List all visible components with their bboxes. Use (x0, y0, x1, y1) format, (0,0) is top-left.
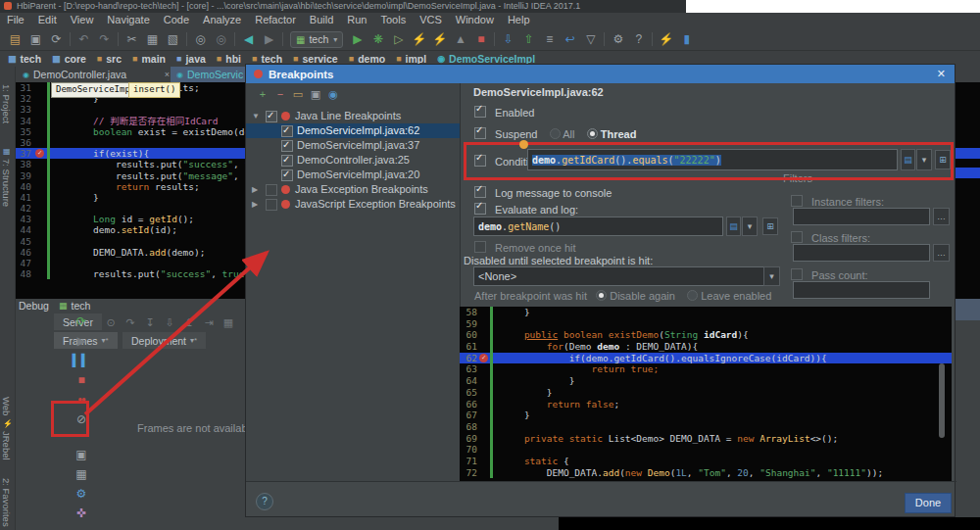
add-watch-icon[interactable]: ⊞ (762, 217, 778, 235)
group-checkbox[interactable] (266, 111, 277, 122)
chevron-down-icon[interactable]: ▾ (763, 266, 780, 286)
line-number[interactable]: 47 (15, 258, 31, 268)
back-icon[interactable]: ◀ (238, 32, 259, 46)
line-number[interactable]: 38 (15, 159, 31, 169)
tree-breakpoint-row[interactable]: DemoServiceImpl.java:37 (246, 138, 460, 153)
stop-icon[interactable]: ■ (77, 371, 84, 391)
tree-group-row[interactable]: ▶Java Exception Breakpoints (246, 182, 460, 197)
step-into-icon[interactable]: ↧ (140, 316, 160, 329)
group-breakpoints-icon[interactable]: ▭ (289, 88, 307, 101)
run-to-cursor-icon[interactable]: ⇥ (199, 316, 219, 329)
copy-icon[interactable]: ▦ (142, 32, 163, 46)
line-number[interactable]: 41 (15, 192, 31, 203)
move-to-group-icon[interactable]: ▣ (307, 88, 324, 101)
breakpoint-icon[interactable]: ✓ (479, 354, 488, 362)
browse-icon[interactable]: … (933, 208, 950, 225)
chevron-right-icon[interactable]: ▶ (252, 197, 258, 212)
line-number[interactable]: 42 (15, 203, 31, 214)
undo-icon[interactable]: ↶ (74, 32, 94, 46)
breakpoint-checkbox[interactable] (281, 155, 293, 167)
menu-build[interactable]: Build (303, 13, 340, 26)
pass-count-input[interactable] (793, 281, 930, 299)
line-number[interactable]: 70 (462, 444, 477, 456)
line-number[interactable]: 44 (15, 224, 31, 235)
close-icon[interactable]: × (165, 70, 170, 79)
line-number[interactable]: 72 (462, 467, 477, 479)
line-number[interactable]: 39 (15, 170, 31, 181)
line-number[interactable]: 59 (462, 318, 477, 330)
breakpoint-checkbox[interactable] (281, 140, 293, 152)
instance-filters-input[interactable] (793, 208, 930, 225)
line-number[interactable]: 68 (462, 421, 477, 433)
log-message-row[interactable]: Log message to console (474, 186, 612, 199)
evaluate-checkbox[interactable] (474, 203, 486, 215)
code-line[interactable]: 69 private static List<Demo> DEMO_DATA =… (460, 433, 952, 445)
line-number[interactable]: 43 (15, 214, 31, 224)
line-number[interactable]: 45 (15, 236, 31, 247)
menu-navigate[interactable]: Navigate (100, 13, 156, 26)
close-icon[interactable]: ✕ (937, 68, 946, 80)
line-number[interactable]: 69 (462, 433, 477, 445)
idea-icon[interactable]: ▮ (676, 32, 697, 46)
debug-icon[interactable]: ❋ (368, 32, 388, 46)
menu-refactor[interactable]: Refactor (248, 13, 303, 26)
line-number[interactable]: 67 (462, 410, 477, 421)
enabled-checkbox[interactable] (474, 106, 486, 118)
show-execution-point-icon[interactable]: ⊙ (101, 316, 121, 329)
help-icon[interactable]: ? (628, 32, 649, 46)
run-config-chip[interactable]: ▦tech▾ (290, 31, 343, 48)
tree-breakpoint-row[interactable]: DemoController.java:25 (246, 153, 460, 168)
rerun-debug-icon[interactable]: ⟳ (76, 313, 86, 332)
breadcrumb-hbi[interactable]: ■hbi (217, 53, 241, 65)
suspend-all-radio[interactable] (550, 128, 561, 139)
line-number[interactable]: 31 (15, 82, 31, 93)
redo-icon[interactable]: ↷ (94, 32, 115, 46)
pass-count-row[interactable]: Pass count: (791, 268, 868, 281)
breadcrumb-main[interactable]: ■main (132, 53, 166, 65)
code-line[interactable]: 59 (460, 318, 952, 330)
line-number[interactable]: 60 (462, 329, 477, 341)
line-number[interactable]: 40 (15, 181, 31, 192)
code-line[interactable]: 64 } (460, 375, 952, 387)
menu-run[interactable]: Run (340, 13, 373, 26)
tree-breakpoint-row[interactable]: DemoServiceImpl.java:20 (246, 168, 460, 182)
step-over-icon[interactable]: ↷ (121, 316, 140, 329)
instance-filters-checkbox[interactable] (791, 195, 803, 207)
dialog-title-bar[interactable]: Breakpoints (246, 65, 955, 83)
vcs-rollback-icon[interactable]: ↩ (560, 32, 580, 46)
line-number[interactable]: 71 (462, 456, 477, 467)
evaluate-input[interactable]: demo.getName() (473, 217, 723, 236)
code-line[interactable]: 63 return true; (460, 363, 952, 375)
line-number[interactable]: 63 (462, 363, 477, 375)
code-line[interactable]: 70 (460, 444, 952, 456)
vcs-commit-icon[interactable]: ⇧ (518, 32, 539, 46)
code-line[interactable]: 71 static { (460, 456, 952, 467)
paste-icon[interactable]: ▧ (163, 32, 183, 46)
pause-icon[interactable]: ▍▍ (73, 352, 90, 371)
stripe-project-button[interactable]: 1: Project (1, 84, 12, 123)
line-number[interactable]: 32 (15, 93, 31, 104)
run-coverage-icon[interactable]: ▷ (388, 32, 409, 46)
disabled-until-dropdown[interactable]: <None> (473, 266, 780, 286)
menu-tools[interactable]: Tools (373, 13, 413, 26)
line-number[interactable]: 36 (15, 137, 31, 148)
stripe-jrebel-button[interactable]: JRebel (1, 431, 12, 460)
debug-tab-label[interactable]: Debug (19, 300, 49, 312)
line-number[interactable]: 48 (15, 268, 31, 279)
class-filters-row[interactable]: Class filters: (791, 231, 870, 244)
class-filters-input[interactable] (793, 244, 930, 262)
chevron-right-icon[interactable]: ▶ (252, 182, 258, 197)
menu-analyze[interactable]: Analyze (196, 13, 248, 26)
code-line[interactable]: 67 } (460, 410, 952, 421)
tree-group-row[interactable]: ▼Java Line Breakpoints (246, 109, 460, 123)
line-number[interactable]: 65 (462, 387, 477, 399)
breakpoint-checkbox[interactable] (281, 125, 293, 137)
select-breakpoint-icon[interactable]: ◉ (324, 88, 342, 101)
line-number[interactable]: 58 (462, 307, 477, 318)
open-icon[interactable]: ▤ (5, 32, 25, 46)
line-number[interactable]: 33 (15, 104, 31, 115)
step-out-icon[interactable]: ↥ (179, 316, 199, 329)
browse-icon[interactable]: … (933, 244, 950, 262)
line-number[interactable]: 35 (15, 126, 31, 137)
breadcrumb-src[interactable]: ■src (97, 53, 122, 65)
